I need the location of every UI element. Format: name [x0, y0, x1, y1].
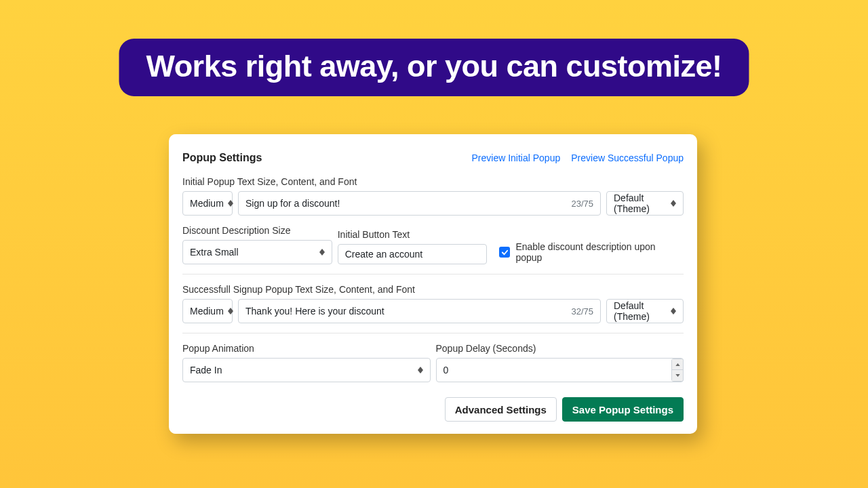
stepper-icon — [228, 308, 233, 314]
stepper-icon — [319, 249, 325, 256]
initial-button-text-input[interactable]: Create an account — [338, 244, 488, 264]
advanced-settings-button[interactable]: Advanced Settings — [445, 397, 557, 422]
initial-text-input[interactable]: Sign up for a discount! 23/75 — [238, 191, 601, 216]
success-font-value: Default (Theme) — [614, 300, 667, 322]
discount-size-value: Extra Small — [190, 247, 239, 258]
discount-size-select[interactable]: Extra Small — [182, 240, 332, 264]
delay-step-down[interactable] — [672, 370, 683, 381]
stepper-icon — [228, 200, 233, 207]
save-popup-settings-button[interactable]: Save Popup Settings — [562, 397, 684, 422]
animation-label: Popup Animation — [182, 343, 431, 354]
popup-settings-card: Popup Settings Preview Initial Popup Pre… — [169, 134, 697, 434]
delay-value: 0 — [443, 365, 672, 375]
success-text-counter: 32/75 — [571, 306, 593, 317]
delay-input[interactable]: 0 — [436, 358, 684, 382]
stepper-icon — [418, 367, 423, 373]
success-size-value: Medium — [190, 306, 224, 317]
success-size-select[interactable]: Medium — [182, 299, 233, 323]
stepper-icon — [671, 200, 676, 207]
initial-popup-label: Initial Popup Text Size, Content, and Fo… — [182, 176, 684, 187]
delay-step-up[interactable] — [672, 359, 683, 370]
success-text-input[interactable]: Thank you! Here is your discount 32/75 — [238, 299, 601, 323]
initial-size-value: Medium — [190, 198, 224, 209]
preview-initial-link[interactable]: Preview Initial Popup — [471, 152, 560, 163]
hero-banner: Works right away, or you can customize! — [119, 39, 749, 96]
initial-button-label: Initial Button Text — [338, 229, 488, 240]
divider — [182, 274, 684, 274]
discount-size-label: Discount Description Size — [182, 225, 332, 236]
divider — [182, 333, 684, 333]
success-popup-label: Successfull Signup Popup Text Size, Cont… — [182, 284, 684, 295]
initial-button-text-value: Create an account — [345, 249, 480, 260]
animation-select[interactable]: Fade In — [182, 358, 431, 382]
delay-label: Popup Delay (Seconds) — [436, 343, 684, 354]
initial-text-counter: 23/75 — [571, 199, 593, 209]
animation-value: Fade In — [190, 365, 222, 375]
success-text-value: Thank you! Here is your discount — [245, 306, 566, 317]
initial-text-value: Sign up for a discount! — [245, 198, 566, 209]
card-title: Popup Settings — [182, 152, 262, 164]
enable-discount-checkbox[interactable] — [499, 247, 510, 258]
preview-success-link[interactable]: Preview Successful Popup — [571, 152, 684, 163]
initial-font-select[interactable]: Default (Theme) — [606, 191, 684, 216]
initial-font-value: Default (Theme) — [614, 192, 667, 214]
success-font-select[interactable]: Default (Theme) — [606, 299, 684, 323]
enable-discount-label: Enable discount description upon popup — [515, 241, 684, 263]
initial-size-select[interactable]: Medium — [182, 191, 233, 216]
stepper-icon — [671, 308, 676, 314]
